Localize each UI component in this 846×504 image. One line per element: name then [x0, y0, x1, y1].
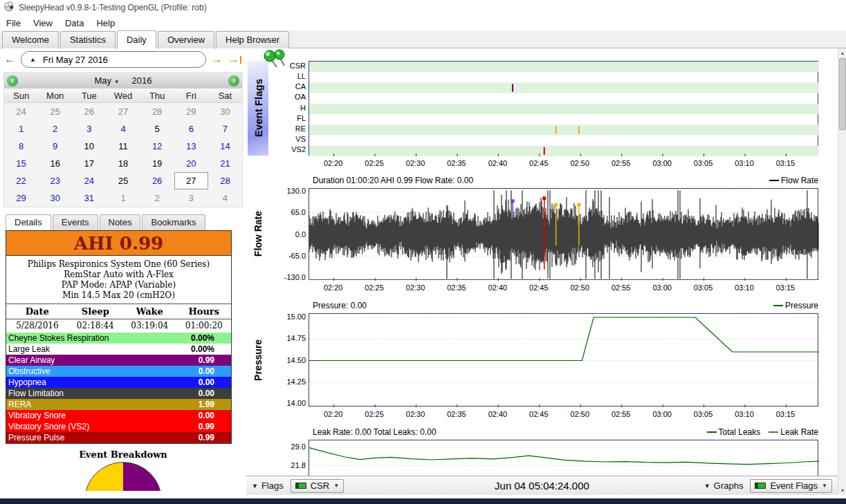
calendar-day[interactable]: 28	[208, 172, 242, 189]
legend-label: Leak Rate	[780, 427, 818, 437]
calendar-day[interactable]: 24	[72, 172, 106, 189]
calendar-day[interactable]: 11	[106, 138, 140, 155]
year-label[interactable]: 2016	[132, 75, 152, 86]
prev-month-button[interactable]: ‹	[7, 75, 18, 86]
calendar-day[interactable]: 1	[4, 120, 38, 138]
legend-item: Total Leaks	[707, 427, 761, 437]
graphs-type-select[interactable]: Event Flags ▼	[750, 479, 832, 493]
calendar-day[interactable]: 24	[4, 103, 38, 120]
calendar-day[interactable]: 14	[208, 138, 242, 155]
calendar-day[interactable]: 2	[140, 189, 174, 207]
stat-row: Large Leak0.00%	[6, 344, 231, 355]
detail-tab-details[interactable]: Details	[6, 214, 51, 230]
x-tick-label: 02:25	[360, 283, 388, 292]
detail-tab-bookmarks[interactable]: Bookmarks	[142, 214, 205, 230]
detail-tab-notes[interactable]: Notes	[100, 214, 141, 230]
flags-dropdown-toggle[interactable]: ▼ Flags	[252, 480, 284, 491]
calendar-day[interactable]: 21	[208, 155, 242, 172]
prev-day-button[interactable]: ←	[4, 53, 16, 66]
leak-rate-graph: Leak Rate: 0.00 Total Leaks: 0.00 Total …	[246, 426, 838, 476]
calendar-day[interactable]: 28	[140, 103, 174, 120]
flow-rate-plot[interactable]	[309, 188, 818, 280]
tab-statistics[interactable]: Statistics	[60, 31, 116, 48]
calendar-day[interactable]: 6	[174, 120, 208, 138]
calendar-day[interactable]: 20	[174, 155, 208, 172]
session-value-row: 5/28/201602:18:4403:19:0401:00:20	[6, 319, 231, 333]
calendar-day[interactable]: 4	[106, 120, 140, 138]
pressure-graph: Pressure: 0.00 Pressure Pressure 02:2002…	[246, 299, 838, 424]
calendar-day[interactable]: 12	[140, 138, 174, 155]
calendar-day[interactable]: 30	[38, 189, 72, 207]
month-select[interactable]: May ▼	[94, 75, 119, 86]
pressure-plot[interactable]	[309, 313, 818, 407]
date-combo[interactable]: ▲ Fri May 27 2016	[21, 51, 206, 68]
pressure-graph-title-strip[interactable]: Pressure	[248, 313, 268, 407]
calendar-day[interactable]: 18	[106, 155, 140, 172]
event-flags-graph-title-strip[interactable]: Event Flags	[248, 61, 268, 156]
calendar-day[interactable]: 1	[106, 189, 140, 207]
flags-type-select[interactable]: CSR ▼	[291, 479, 344, 493]
scroll-down-icon[interactable]: ▼	[838, 486, 846, 495]
leak-rate-plot[interactable]	[309, 440, 818, 476]
calendar-day[interactable]: 19	[140, 155, 174, 172]
pressure-graph-title: Pressure: 0.00	[313, 301, 367, 310]
menu-view[interactable]: View	[27, 17, 59, 30]
graphs-dropdown-toggle[interactable]: ▼ Graphs	[704, 480, 744, 491]
legend-dash-icon	[707, 431, 717, 433]
pin-icon[interactable]	[261, 48, 289, 72]
next-month-button[interactable]: ›	[228, 75, 239, 86]
x-tick-label: 02:35	[443, 159, 470, 167]
calendar-day[interactable]: 25	[106, 172, 140, 189]
calendar-day[interactable]: 31	[72, 189, 106, 207]
calendar-day[interactable]: 30	[208, 103, 242, 120]
calendar-day[interactable]: 27	[106, 103, 140, 120]
stat-value: 1.99	[199, 400, 214, 409]
event-flags-x-axis: 02:2002:2502:3002:3502:4002:4502:5002:55…	[246, 159, 838, 170]
calendar-day[interactable]: 10	[72, 138, 106, 155]
menu-file[interactable]: File	[0, 17, 27, 30]
flow-rate-graph-title-strip[interactable]: Flow Rate	[248, 188, 268, 280]
flow-rate-graph-title: Duration 01:00:20 AHI 0.99 Flow Rate: 0.…	[313, 176, 473, 185]
calendar-day[interactable]: 3	[174, 189, 208, 207]
calendar-day[interactable]: 3	[72, 120, 106, 138]
calendar-day[interactable]: 8	[4, 138, 38, 155]
tab-welcome[interactable]: Welcome	[2, 31, 59, 48]
calendar-day[interactable]: 7	[208, 120, 242, 138]
calendar-day[interactable]: 4	[208, 189, 242, 207]
tab-help-browser[interactable]: Help Browser	[216, 31, 289, 48]
menu-help[interactable]: Help	[90, 17, 121, 30]
leak-rate-graph-label: Leak Rate	[252, 440, 264, 476]
detail-tab-events[interactable]: Events	[53, 214, 98, 230]
latest-day-button[interactable]: →	[228, 53, 241, 66]
calendar-day[interactable]: 26	[72, 103, 106, 120]
calendar-day[interactable]: 2	[38, 120, 72, 138]
pressure-x-axis: 02:2002:2502:3002:3502:4002:4502:5002:55…	[246, 410, 838, 421]
y-tick-label: 29.0	[268, 442, 306, 451]
session-col-header: Date	[6, 304, 68, 319]
calendar-day[interactable]: 23	[38, 172, 72, 189]
calendar-day[interactable]: 13	[174, 138, 208, 155]
scrollbar-thumb[interactable]	[839, 58, 846, 130]
tab-overview[interactable]: Overview	[158, 31, 214, 48]
next-day-button[interactable]: →	[211, 53, 223, 66]
stat-value: 0.00%	[191, 333, 214, 343]
tab-daily[interactable]: Daily	[117, 30, 156, 48]
stat-value: 0.00	[199, 389, 214, 398]
calendar-day[interactable]: 29	[174, 103, 208, 120]
calendar-day[interactable]: 17	[72, 155, 106, 172]
calendar-day[interactable]: 25	[38, 103, 72, 120]
calendar-day[interactable]: 26	[140, 172, 174, 189]
calendar-day[interactable]: 22	[4, 172, 38, 189]
calendar-day[interactable]: 15	[4, 155, 38, 172]
calendar-day[interactable]: 5	[140, 120, 174, 138]
event-flags-plot[interactable]	[309, 61, 818, 156]
leak-rate-graph-title-strip[interactable]: Leak Rate	[248, 440, 268, 476]
vertical-scrollbar[interactable]: ▲ ▼	[838, 48, 846, 495]
calendar-day[interactable]: 29	[4, 189, 38, 207]
calendar-day[interactable]: 27	[174, 172, 208, 189]
x-tick-label: 02:25	[360, 410, 388, 418]
menu-data[interactable]: Data	[59, 17, 90, 30]
calendar-day[interactable]: 9	[38, 138, 72, 155]
scroll-up-icon[interactable]: ▲	[838, 48, 846, 57]
calendar-day[interactable]: 16	[38, 155, 72, 172]
